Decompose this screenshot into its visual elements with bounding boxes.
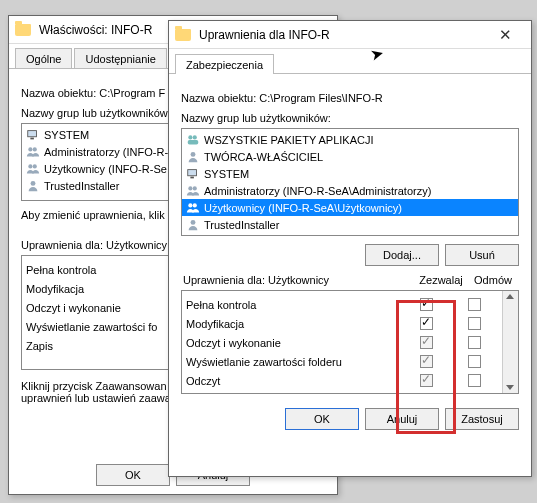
svg-point-4 xyxy=(28,164,32,168)
close-button[interactable]: ✕ xyxy=(485,21,525,48)
user-icon xyxy=(26,179,40,193)
perm-name: Odczyt i wykonanie xyxy=(186,337,402,349)
list-item[interactable]: Administratorzy (INFO-R-SeA\Administrato… xyxy=(182,182,518,199)
ok-button[interactable]: OK xyxy=(96,464,170,486)
list-item-label: TrustedInstaller xyxy=(204,219,279,231)
svg-point-15 xyxy=(188,203,192,207)
list-item-label: Administratorzy (INFO-R-SeA\Administrato… xyxy=(204,185,431,197)
remove-button[interactable]: Usuń xyxy=(445,244,519,266)
perm-row: Wyświetlanie zawartości folderu xyxy=(186,352,498,371)
allow-checkbox[interactable] xyxy=(420,317,433,330)
list-item-label: Administratorzy (INFO-R- xyxy=(44,146,168,158)
list-item-label: Użytkownicy (INFO-R-SeA\Użytkownicy) xyxy=(204,202,402,214)
folder-icon xyxy=(175,29,191,41)
group-buttons: Dodaj... Usuń xyxy=(181,244,519,266)
list-item-label: Użytkownicy (INFO-R-Se xyxy=(44,163,167,175)
svg-rect-9 xyxy=(188,140,199,144)
list-item-label: SYSTEM xyxy=(204,168,249,180)
perm-for-subject: Użytkownicy xyxy=(268,274,329,286)
col-allow: Zezwalaj xyxy=(413,274,469,286)
object-label: Nazwa obiektu: xyxy=(21,87,96,99)
tab-general[interactable]: Ogólne xyxy=(15,48,72,68)
titlebar[interactable]: Uprawnienia dla INFO-R ✕ xyxy=(169,21,531,49)
perm-for-prefix: Uprawnienia dla: xyxy=(183,274,265,286)
svg-point-3 xyxy=(33,147,37,151)
perm-header: Uprawnienia dla: Użytkownicy Zezwalaj Od… xyxy=(181,274,519,290)
groups-list[interactable]: WSZYSTKIE PAKIETY APLIKACJITWÓRCA-WŁAŚCI… xyxy=(181,128,519,236)
list-item[interactable]: TrustedInstaller xyxy=(182,216,518,233)
dialog-buttons: OK Anuluj Zastosuj xyxy=(181,408,519,430)
list-item[interactable]: TWÓRCA-WŁAŚCICIEL xyxy=(182,148,518,165)
user-icon xyxy=(186,150,200,164)
perm-row: Pełna kontrola xyxy=(186,295,498,314)
svg-rect-0 xyxy=(28,130,37,136)
group-icon xyxy=(186,201,200,215)
svg-rect-11 xyxy=(188,169,197,175)
perm-name: Pełna kontrola xyxy=(186,299,402,311)
group-icon xyxy=(26,145,40,159)
svg-point-16 xyxy=(193,203,197,207)
deny-checkbox[interactable] xyxy=(468,336,481,349)
deny-checkbox[interactable] xyxy=(468,374,481,387)
object-row: Nazwa obiektu: C:\Program Files\INFO-R xyxy=(181,92,519,104)
window-title: Uprawnienia dla INFO-R xyxy=(199,28,485,42)
svg-rect-1 xyxy=(30,137,34,139)
list-item[interactable]: SYSTEM xyxy=(182,165,518,182)
svg-point-7 xyxy=(188,135,192,139)
apply-button[interactable]: Zastosuj xyxy=(445,408,519,430)
perm-row: Modyfikacja xyxy=(186,314,498,333)
list-item-label: TrustedInstaller xyxy=(44,180,119,192)
perm-row: Odczyt xyxy=(186,371,498,390)
object-path: C:\Program Files\INFO-R xyxy=(259,92,382,104)
object-path: C:\Program F xyxy=(99,87,165,99)
col-deny: Odmów xyxy=(469,274,517,286)
svg-point-2 xyxy=(28,147,32,151)
folder-icon xyxy=(15,24,31,36)
cancel-button[interactable]: Anuluj xyxy=(365,408,439,430)
svg-point-14 xyxy=(193,186,197,190)
svg-point-8 xyxy=(193,135,197,139)
perm-name: Modyfikacja xyxy=(186,318,402,330)
user-icon xyxy=(186,218,200,232)
list-item-label: WSZYSTKIE PAKIETY APLIKACJI xyxy=(204,134,374,146)
group-icon xyxy=(186,184,200,198)
svg-point-6 xyxy=(31,180,36,185)
tabs: Zabezpieczenia xyxy=(169,49,531,74)
allow-checkbox xyxy=(420,355,433,368)
perm-name: Wyświetlanie zawartości folderu xyxy=(186,356,402,368)
add-button[interactable]: Dodaj... xyxy=(365,244,439,266)
perm-list: Pełna kontrolaModyfikacjaOdczyt i wykona… xyxy=(181,290,519,394)
ok-button[interactable]: OK xyxy=(285,408,359,430)
scrollbar[interactable] xyxy=(502,291,518,393)
deny-checkbox[interactable] xyxy=(468,355,481,368)
system-icon xyxy=(186,167,200,181)
list-item[interactable]: Użytkownicy (INFO-R-SeA\Użytkownicy) xyxy=(182,199,518,216)
deny-checkbox[interactable] xyxy=(468,317,481,330)
svg-point-17 xyxy=(191,219,196,224)
tab-sharing[interactable]: Udostępnianie xyxy=(74,48,166,68)
svg-point-10 xyxy=(191,151,196,156)
list-item[interactable]: WSZYSTKIE PAKIETY APLIKACJI xyxy=(182,131,518,148)
tab-security[interactable]: Zabezpieczenia xyxy=(175,54,274,74)
allow-checkbox xyxy=(420,374,433,387)
svg-point-13 xyxy=(188,186,192,190)
list-item-label: SYSTEM xyxy=(44,129,89,141)
perm-row: Odczyt i wykonanie xyxy=(186,333,498,352)
object-label: Nazwa obiektu: xyxy=(181,92,256,104)
system-icon xyxy=(26,128,40,142)
deny-checkbox[interactable] xyxy=(468,298,481,311)
permissions-window: Uprawnienia dla INFO-R ✕ Zabezpieczenia … xyxy=(168,20,532,477)
svg-rect-12 xyxy=(190,176,194,178)
allow-checkbox xyxy=(420,336,433,349)
package-icon xyxy=(186,133,200,147)
perm-name: Odczyt xyxy=(186,375,402,387)
allow-checkbox[interactable] xyxy=(420,298,433,311)
group-icon xyxy=(26,162,40,176)
groups-label: Nazwy grup lub użytkowników: xyxy=(181,112,519,124)
content: Nazwa obiektu: C:\Program Files\INFO-R N… xyxy=(169,74,531,448)
svg-point-5 xyxy=(33,164,37,168)
list-item-label: TWÓRCA-WŁAŚCICIEL xyxy=(204,151,323,163)
